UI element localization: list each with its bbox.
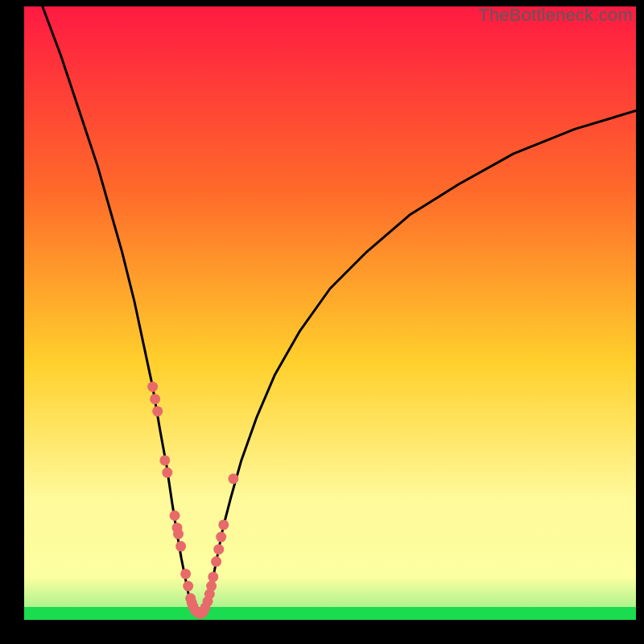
marker-right-markers [211, 556, 221, 567]
marker-right-markers [208, 572, 218, 582]
marker-left-markers [175, 541, 186, 551]
marker-right-markers [228, 473, 238, 484]
marker-left-markers [183, 581, 193, 592]
marker-left-markers [159, 455, 170, 465]
marker-left-markers [152, 406, 163, 416]
marker-right-markers [216, 532, 226, 543]
marker-left-markers [170, 510, 180, 521]
curve-left-curve [43, 6, 192, 612]
watermark-label: TheBottleneck.com [478, 5, 633, 26]
marker-right-markers [213, 544, 224, 555]
marker-left-markers [147, 382, 158, 392]
marker-left-markers [173, 529, 184, 539]
marker-left-markers [162, 468, 172, 478]
chart-container: TheBottleneck.com [0, 0, 644, 644]
marker-right-markers [218, 519, 229, 530]
marker-left-markers [180, 568, 191, 579]
marker-left-markers [150, 394, 160, 404]
plot-background-gradient [24, 6, 636, 620]
curve-right-curve [204, 111, 636, 613]
chart-svg [24, 6, 636, 620]
marker-right-markers [206, 581, 217, 592]
